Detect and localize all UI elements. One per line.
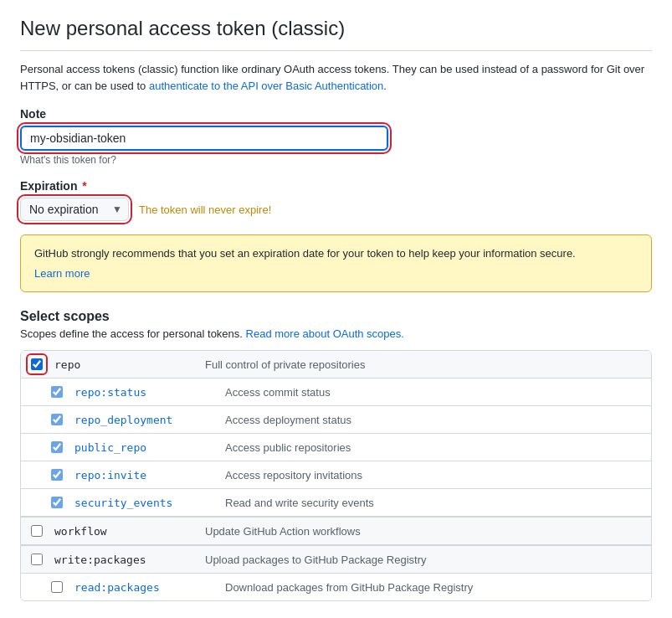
security-events-name[interactable]: security_events [74,497,172,509]
write-packages-desc: Upload packages to GitHub Package Regist… [205,554,641,566]
scope-row-repo-status: repo:status Access commit status [21,379,651,406]
scope-row-public-repo: public_repo Access public repositories [21,434,651,461]
repo-status-name[interactable]: repo:status [74,386,146,399]
security-events-checkbox-col [51,497,74,508]
warning-text: GitHub strongly recommends that you set … [34,247,576,260]
repo-status-checkbox[interactable] [51,386,63,398]
security-events-desc: Read and write security events [225,497,641,509]
workflow-name-col: workflow [54,524,205,538]
security-events-checkbox[interactable] [51,497,63,508]
write-packages-checkbox-col [31,554,54,565]
page-title: New personal access token (classic) [20,17,652,51]
write-packages-name-col: write:packages [54,553,205,566]
repo-deployment-name[interactable]: repo_deployment [74,414,172,426]
read-packages-name-col: read:packages [74,580,225,594]
repo-deployment-name-col: repo_deployment [74,413,225,426]
public-repo-desc: Access public repositories [225,441,641,454]
scopes-section: Select scopes Scopes define the access f… [20,309,652,601]
repo-status-name-col: repo:status [74,385,225,399]
repo-name-col: repo [54,358,205,371]
public-repo-name[interactable]: public_repo [74,441,146,454]
scope-row-read-packages: read:packages Download packages from Git… [21,574,651,600]
expiration-label: Expiration * [20,179,652,193]
repo-deployment-desc: Access deployment status [225,414,641,426]
write-packages-checkbox[interactable] [31,554,43,565]
repo-desc: Full control of private repositories [205,358,641,371]
repo-status-checkbox-col [51,386,74,398]
read-packages-checkbox[interactable] [51,581,63,593]
repo-status-desc: Access commit status [225,386,641,399]
expiration-select-wrapper: No expiration 7 days 30 days 60 days 90 … [20,198,129,221]
note-label: Note [20,107,652,121]
scopes-table: repo Full control of private repositorie… [20,350,652,601]
api-auth-link[interactable]: authenticate to the API over Basic Authe… [149,80,383,92]
expiration-hint: The token will never expire! [139,203,271,216]
workflow-checkbox[interactable] [31,525,43,537]
repo-invite-checkbox[interactable] [51,469,63,481]
scope-row-security-events: security_events Read and write security … [21,489,651,517]
read-packages-checkbox-col [51,581,74,593]
expiration-wrapper: No expiration 7 days 30 days 60 days 90 … [20,198,652,221]
security-events-name-col: security_events [74,496,225,509]
repo-deployment-checkbox-col [51,414,74,425]
write-packages-name[interactable]: write:packages [54,554,146,566]
workflow-name[interactable]: workflow [54,525,107,538]
read-packages-desc: Download packages from GitHub Package Re… [225,581,641,594]
note-input-wrapper [20,126,388,151]
scope-row-workflow: workflow Update GitHub Action workflows [21,517,651,545]
repo-invite-name[interactable]: repo:invite [74,469,146,482]
scope-row-repo: repo Full control of private repositorie… [21,351,651,379]
scopes-title: Select scopes [20,309,652,324]
scope-row-write-packages: write:packages Upload packages to GitHub… [21,545,651,574]
repo-checkbox[interactable] [31,358,43,370]
repo-checkbox-wrapper [31,358,43,370]
repo-name[interactable]: repo [54,358,80,371]
note-form-group: Note What's this token for? [20,107,652,166]
repo-checkbox-col [31,358,54,370]
expiration-form-group: Expiration * No expiration 7 days 30 day… [20,179,652,221]
repo-invite-name-col: repo:invite [74,468,225,482]
workflow-checkbox-col [31,525,54,537]
page-description: Personal access tokens (classic) functio… [20,61,652,94]
public-repo-checkbox-col [51,441,74,453]
public-repo-checkbox[interactable] [51,441,63,453]
learn-more-link[interactable]: Learn more [34,265,638,282]
read-packages-name[interactable]: read:packages [74,581,160,594]
note-input[interactable] [20,126,388,151]
public-repo-name-col: public_repo [74,440,225,454]
expiration-select[interactable]: No expiration 7 days 30 days 60 days 90 … [20,198,129,221]
repo-invite-checkbox-col [51,469,74,481]
warning-box: GitHub strongly recommends that you set … [20,234,652,292]
required-star: * [79,179,86,193]
scope-row-repo-deployment: repo_deployment Access deployment status [21,406,651,434]
scopes-description: Scopes define the access for personal to… [20,327,652,340]
note-hint: What's this token for? [20,154,652,166]
oauth-scopes-link[interactable]: Read more about OAuth scopes. [246,327,404,340]
scope-row-repo-invite: repo:invite Access repository invitation… [21,461,651,489]
repo-deployment-checkbox[interactable] [51,414,63,425]
workflow-desc: Update GitHub Action workflows [205,525,641,538]
repo-invite-desc: Access repository invitations [225,469,641,482]
